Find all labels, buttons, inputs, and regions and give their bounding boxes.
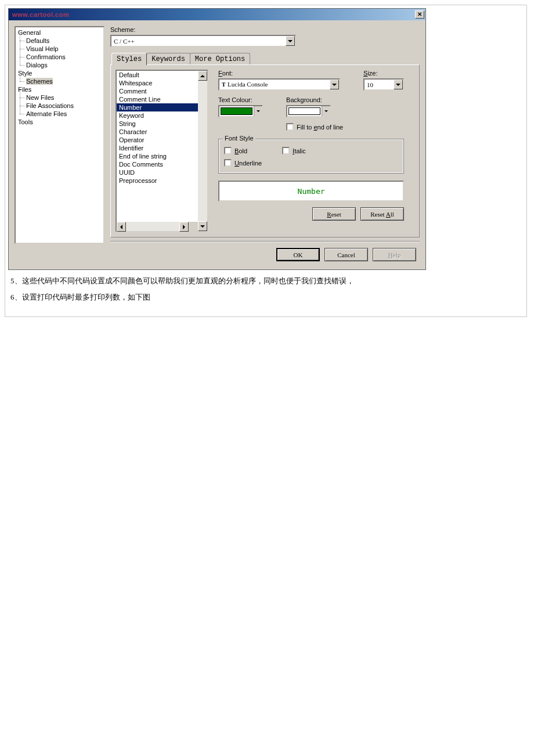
arrow-right-icon[interactable] — [179, 222, 189, 232]
tree-item[interactable]: Tools — [16, 118, 103, 126]
background-colour-picker[interactable] — [286, 105, 331, 117]
chevron-down-icon[interactable] — [330, 80, 339, 89]
preview-box: Number — [218, 181, 404, 201]
list-item[interactable]: String — [117, 120, 198, 128]
chevron-down-icon[interactable] — [394, 80, 403, 89]
right-panel: Scheme: C / C++ StylesKeywordsMore Optio… — [110, 26, 420, 266]
tree-item[interactable]: General — [16, 28, 103, 37]
arrow-up-icon[interactable] — [198, 71, 207, 81]
list-item[interactable]: Whitespace — [117, 79, 198, 87]
tree-item[interactable]: File Associations — [16, 102, 103, 110]
background-colour-swatch — [288, 107, 320, 115]
dropdown-icon[interactable] — [254, 106, 262, 116]
tree-item[interactable]: Defaults — [16, 37, 103, 45]
bold-checkbox[interactable]: Bold — [224, 147, 247, 154]
tree-item[interactable]: Alternate Files — [16, 110, 103, 118]
help-button[interactable]: Help — [373, 248, 416, 261]
reset-button[interactable]: Reset — [312, 207, 356, 221]
tab-strip: StylesKeywordsMore Options — [110, 53, 420, 65]
tab-pane-styles: DefaultWhitespaceCommentComment LineNumb… — [110, 64, 420, 237]
arrow-left-icon[interactable] — [117, 222, 126, 232]
scroll-track[interactable] — [126, 222, 179, 231]
size-value: 10 — [365, 81, 394, 88]
watermark-text: www.cartool.com — [12, 11, 69, 18]
list-item[interactable]: Character — [117, 128, 198, 136]
close-button[interactable]: ✕ — [415, 10, 424, 19]
separator — [110, 241, 420, 242]
font-style-legend: Font Style — [223, 135, 255, 142]
h-scrollbar[interactable] — [117, 222, 198, 231]
caption-6: 6、设置打印代码时最多打印列数，如下图 — [10, 292, 521, 303]
background-label: Background: — [286, 96, 322, 103]
tree-item[interactable]: Schemes — [16, 77, 103, 85]
category-tree[interactable]: GeneralDefaultsVisual HelpConfirmationsD… — [15, 26, 104, 244]
font-style-group: Font Style Bold Italic — [218, 139, 404, 174]
scheme-combo[interactable]: C / C++ — [110, 35, 296, 47]
underline-checkbox[interactable]: Underline — [224, 159, 262, 167]
styles-listbox[interactable]: DefaultWhitespaceCommentComment LineNumb… — [117, 71, 198, 222]
bold-label: Bold — [234, 147, 247, 154]
checkbox-icon — [224, 159, 232, 167]
checkbox-icon — [224, 147, 232, 154]
dialog-body: GeneralDefaultsVisual HelpConfirmationsD… — [9, 20, 425, 269]
list-item[interactable]: Keyword — [117, 111, 198, 120]
chevron-down-icon[interactable] — [286, 36, 295, 46]
scroll-corner — [189, 222, 198, 231]
tab-styles[interactable]: Styles — [111, 53, 147, 65]
fill-eol-label: Fill to end of line — [297, 124, 343, 131]
tree-item[interactable]: Visual Help — [16, 45, 103, 53]
list-item[interactable]: Operator — [117, 136, 198, 144]
list-item[interactable]: Doc Comments — [117, 160, 198, 168]
text-colour-picker[interactable] — [218, 105, 263, 117]
cancel-button[interactable]: Cancel — [324, 248, 368, 261]
tree-item[interactable]: Files — [16, 85, 103, 93]
reset-all-button[interactable]: Reset All — [360, 207, 404, 221]
list-item[interactable]: Preprocessor — [117, 177, 198, 185]
list-item[interactable]: Default — [117, 71, 198, 79]
italic-checkbox[interactable]: Italic — [282, 147, 306, 154]
tree-item[interactable]: Confirmations — [16, 53, 103, 61]
size-label: Size: — [363, 70, 377, 77]
font-label: Font: — [218, 70, 233, 77]
tab-keywords[interactable]: Keywords — [146, 53, 190, 65]
list-item[interactable]: Identifier — [117, 144, 198, 152]
list-item[interactable]: End of line string — [117, 152, 198, 160]
v-scrollbar[interactable] — [198, 71, 207, 231]
style-details: Font: document.getElementById('fl').text… — [218, 70, 404, 221]
list-item[interactable]: Comment Line — [117, 95, 198, 103]
tree-item[interactable]: New Files — [16, 93, 103, 102]
arrow-down-icon[interactable] — [198, 221, 207, 231]
checkbox-icon — [282, 147, 290, 154]
scheme-row: Scheme: C / C++ — [110, 26, 420, 47]
checkbox-icon — [286, 123, 294, 131]
font-value: 𝐓Lucida Console — [219, 81, 330, 88]
size-combo[interactable]: 10 — [363, 78, 404, 91]
italic-label: Italic — [293, 147, 306, 154]
list-item[interactable]: UUID — [117, 168, 198, 177]
page-frame: www.cartool.com ✕ GeneralDefaultsVisual … — [5, 5, 527, 317]
font-combo[interactable]: 𝐓Lucida Console — [218, 78, 340, 91]
scheme-value: C / C++ — [111, 38, 286, 45]
dropdown-icon[interactable] — [322, 106, 330, 116]
options-dialog: www.cartool.com ✕ GeneralDefaultsVisual … — [8, 8, 426, 270]
tree-item[interactable]: Style — [16, 69, 103, 77]
text-colour-label: Text Colour: — [218, 96, 252, 103]
scroll-track[interactable] — [198, 81, 207, 221]
scheme-label: Scheme: — [110, 26, 135, 33]
preview-text: Number — [298, 187, 325, 196]
caption-5: 5、这些代码中不同代码设置成不同颜色可以帮助我们更加直观的分析程序，同时也便于我… — [10, 276, 521, 286]
list-item[interactable]: Comment — [117, 87, 198, 95]
styles-listbox-container: DefaultWhitespaceCommentComment LineNumb… — [116, 70, 208, 232]
titlebar: www.cartool.com ✕ — [9, 9, 425, 20]
ok-button[interactable]: OK — [276, 248, 320, 261]
fill-eol-checkbox[interactable]: Fill to end of line — [286, 123, 343, 131]
tab-more-options[interactable]: More Options — [190, 53, 250, 65]
tree-item[interactable]: Dialogs — [16, 61, 103, 69]
text-colour-swatch — [221, 107, 252, 115]
underline-label: Underline — [234, 160, 262, 167]
list-item[interactable]: Number — [117, 103, 198, 111]
